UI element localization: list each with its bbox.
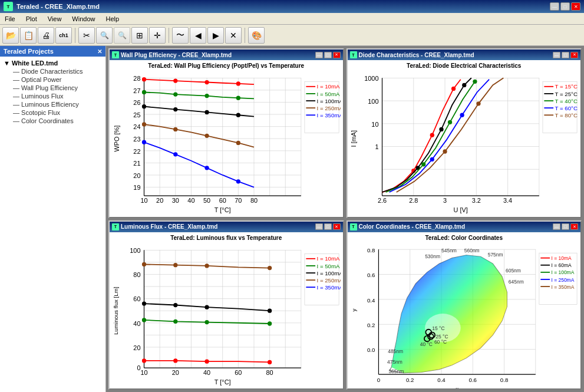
- svg-text:1000: 1000: [364, 75, 378, 82]
- svg-text:T [°C]: T [°C]: [215, 206, 231, 213]
- menu-help[interactable]: Help: [103, 15, 121, 23]
- svg-text:I = 250mA: I = 250mA: [317, 105, 341, 111]
- svg-text:100: 100: [130, 247, 140, 254]
- close-button[interactable]: ✕: [571, 2, 580, 11]
- sidebar-item-luminous-flux[interactable]: — Luminous Flux: [1, 92, 104, 100]
- sidebar-item-color-coordinates[interactable]: — Color Coordinates: [1, 117, 104, 125]
- lux-minimize[interactable]: —: [315, 223, 323, 230]
- print-button[interactable]: 🖨: [38, 27, 54, 44]
- stop-button[interactable]: ✕: [225, 27, 242, 44]
- color-chart-title: TeraLed: Color Coordinates: [350, 235, 579, 241]
- sidebar-item-wall-plug-efficiency[interactable]: — Wall Plug Efficiency: [1, 84, 104, 92]
- svg-text:23: 23: [133, 136, 140, 143]
- diode-chart-window: T Diode Characteristics - CREE_Xlamp.tmd…: [347, 48, 582, 218]
- svg-text:15 °C: 15 °C: [432, 325, 444, 331]
- svg-point-49: [142, 104, 146, 108]
- minimize-button[interactable]: —: [550, 2, 559, 11]
- open-button[interactable]: 📂: [2, 27, 19, 44]
- svg-point-164: [142, 262, 146, 266]
- svg-text:40 °C: 40 °C: [420, 341, 432, 347]
- lux-titlebar: T Luminous Flux - CREE_Xlamp.tmd — □ ✕: [110, 222, 343, 232]
- diode-maximize[interactable]: □: [562, 52, 569, 58]
- svg-text:T = 60°C: T = 60°C: [555, 105, 577, 111]
- diode-svg: 1000 100 10 1 2.6 2.8 3 3.2 3.4 I [mA] U…: [350, 70, 579, 215]
- prev-button[interactable]: ◀: [190, 27, 206, 44]
- svg-text:I = 350mA: I = 350mA: [317, 112, 341, 118]
- svg-point-54: [173, 127, 177, 131]
- svg-text:0.0: 0.0: [367, 347, 374, 353]
- lux-close[interactable]: ✕: [333, 223, 341, 230]
- color-button[interactable]: 🎨: [248, 27, 265, 44]
- svg-text:20: 20: [133, 172, 140, 179]
- svg-point-51: [204, 110, 209, 114]
- svg-point-56: [236, 141, 240, 145]
- svg-point-45: [142, 90, 146, 94]
- sidebar-item-optical-power[interactable]: — Optical Power: [1, 75, 104, 84]
- svg-text:80: 80: [250, 197, 258, 204]
- svg-text:0: 0: [377, 377, 380, 383]
- svg-text:I = 10mA: I = 10mA: [551, 255, 571, 261]
- diode-minimize[interactable]: —: [553, 52, 560, 58]
- color-minimize[interactable]: —: [553, 223, 560, 230]
- svg-text:0.6: 0.6: [468, 377, 476, 383]
- svg-text:20: 20: [172, 369, 179, 376]
- wpe-maximize[interactable]: □: [324, 52, 332, 58]
- color-close[interactable]: ✕: [570, 223, 578, 230]
- svg-text:I = 60mA: I = 60mA: [551, 262, 571, 268]
- sidebar-item-diode-characteristics[interactable]: — Diode Characteristics: [1, 67, 104, 75]
- zoom-in-button[interactable]: 🔍: [96, 27, 113, 44]
- channel-button[interactable]: ch1: [55, 27, 72, 44]
- svg-point-102: [447, 120, 451, 124]
- select-button[interactable]: ✂: [78, 27, 95, 44]
- svg-point-55: [204, 134, 209, 138]
- menu-window[interactable]: Window: [70, 15, 97, 23]
- svg-text:80: 80: [133, 271, 140, 278]
- menu-bar: File Plot View Window Help: [0, 13, 584, 25]
- menu-plot[interactable]: Plot: [24, 15, 39, 23]
- svg-text:40: 40: [187, 197, 194, 204]
- color-maximize[interactable]: □: [562, 223, 569, 230]
- diode-close[interactable]: ✕: [570, 52, 578, 58]
- svg-point-101: [421, 162, 425, 166]
- wpe-chart-title: TeraLed: Wall Plug Efficiency (Popt/Pel)…: [112, 62, 341, 69]
- crosshair-button[interactable]: ✛: [149, 27, 166, 44]
- sidebar-item-white-led[interactable]: ▼ White LED.tmd: [1, 59, 104, 67]
- diode-titlebar: T Diode Characteristics - CREE_Xlamp.tmd…: [348, 50, 581, 60]
- svg-point-162: [204, 305, 209, 309]
- diode-svg-container: 1000 100 10 1 2.6 2.8 3 3.2 3.4 I [mA] U…: [350, 70, 579, 215]
- svg-point-47: [204, 94, 209, 98]
- svg-text:I = 250mA: I = 250mA: [317, 276, 341, 283]
- color-titlebar: T Color Coordinates - CREE_Xlamp.tmd — □…: [348, 222, 581, 232]
- copy-button[interactable]: 📋: [20, 27, 37, 44]
- svg-text:3.4: 3.4: [503, 197, 512, 204]
- diode-controls: — □ ✕: [553, 52, 578, 58]
- next-button[interactable]: ▶: [207, 27, 224, 44]
- svg-text:I = 100mA: I = 100mA: [551, 269, 574, 275]
- sidebar-item-luminous-efficiency[interactable]: — Luminous Efficiency: [1, 100, 104, 108]
- zoom-out-button[interactable]: 🔍: [114, 27, 130, 44]
- maximize-button[interactable]: □: [560, 2, 570, 11]
- svg-point-160: [142, 301, 146, 305]
- wpe-close[interactable]: ✕: [333, 52, 341, 58]
- svg-text:645nm: 645nm: [508, 279, 523, 285]
- wave-button[interactable]: 〜: [172, 27, 189, 44]
- svg-point-154: [204, 359, 209, 363]
- svg-text:0.4: 0.4: [367, 297, 375, 303]
- sidebar-item-scotopic-flux[interactable]: — Scotopic Flux: [1, 108, 104, 117]
- menu-file[interactable]: File: [2, 15, 18, 23]
- fit-button[interactable]: ⊞: [131, 27, 148, 44]
- svg-point-52: [236, 113, 240, 117]
- sidebar-tree: ▼ White LED.tmd — Diode Characteristics …: [0, 57, 105, 127]
- svg-text:27: 27: [133, 87, 140, 94]
- color-svg: 0.8 0.6 0.4 0.2 0.0 0 0.2 0.4 0.6 0.8 y …: [350, 242, 579, 389]
- svg-point-105: [460, 113, 464, 117]
- svg-text:575nm: 575nm: [487, 252, 503, 258]
- sidebar-close-button[interactable]: ✕: [97, 48, 102, 55]
- lux-maximize[interactable]: □: [324, 223, 332, 230]
- svg-text:T = 40°C: T = 40°C: [555, 98, 577, 104]
- svg-point-156: [142, 318, 146, 322]
- menu-view[interactable]: View: [45, 15, 64, 23]
- wpe-minimize[interactable]: —: [315, 52, 323, 58]
- svg-text:40: 40: [203, 369, 210, 376]
- charts-area: T Wall Plug Efficiency - CREE_Xlamp.tmd …: [106, 46, 584, 392]
